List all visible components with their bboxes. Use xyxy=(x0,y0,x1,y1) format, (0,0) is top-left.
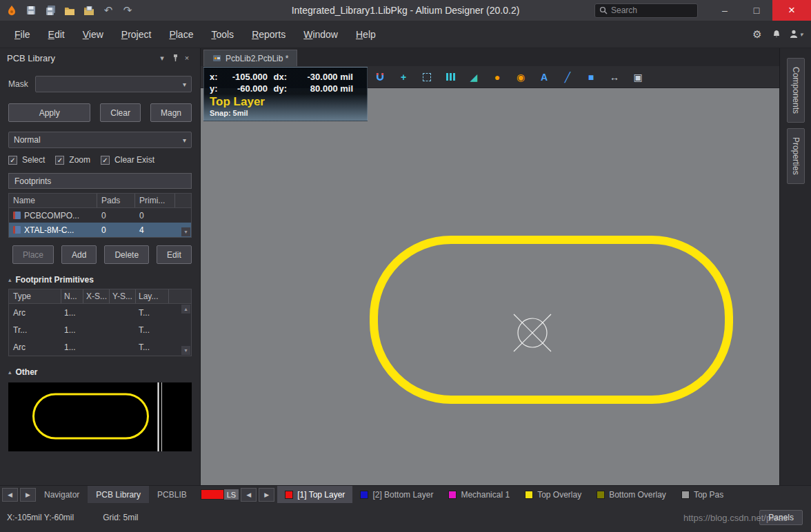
fill-icon[interactable]: ■ xyxy=(584,70,598,84)
clear-button[interactable]: Clear xyxy=(100,103,141,122)
open-folder-icon[interactable] xyxy=(63,4,76,17)
menu-view[interactable]: View xyxy=(75,25,111,43)
tab-properties[interactable]: Properties xyxy=(787,128,805,184)
footprint-row[interactable]: PCBCOMPO... 0 0 xyxy=(9,208,191,223)
altium-logo[interactable] xyxy=(6,4,18,17)
scroll-up-icon[interactable]: ▴ xyxy=(181,305,190,314)
column-name[interactable]: Name xyxy=(9,194,97,207)
footprint-row-selected[interactable]: XTAL-8M-C... 0 4 xyxy=(9,223,191,237)
footprints-section-header[interactable]: Footprints xyxy=(8,173,192,189)
menu-tools[interactable]: Tools xyxy=(203,25,241,43)
menu-edit[interactable]: Edit xyxy=(41,25,72,43)
place-button[interactable]: Place xyxy=(12,245,54,264)
origin-crosshair-icon[interactable]: + xyxy=(397,70,410,84)
add-button[interactable]: Add xyxy=(61,245,97,264)
layer-tab-top-layer[interactable]: [1] Top Layer xyxy=(277,486,352,504)
pcb-canvas[interactable] xyxy=(201,88,779,485)
pin-icon[interactable] xyxy=(168,54,181,63)
column-pads[interactable]: Pads xyxy=(97,194,135,207)
save-icon[interactable] xyxy=(25,4,37,17)
snap-magnet-icon[interactable] xyxy=(373,70,387,84)
panels-button[interactable]: Panels xyxy=(759,510,803,525)
select-checkbox[interactable]: ✓ xyxy=(8,156,17,165)
titlebar-right: – □ × xyxy=(594,0,811,21)
eraser-icon[interactable]: ◢ xyxy=(467,70,481,84)
menu-place[interactable]: Place xyxy=(161,25,201,43)
footprint-primitives-section[interactable]: ▴ Footprint Primitives xyxy=(0,264,200,285)
column-primitives[interactable]: Primi... xyxy=(135,194,175,207)
select-label: Select xyxy=(22,155,45,165)
gear-icon[interactable]: ⚙ xyxy=(749,26,765,43)
save-all-icon[interactable] xyxy=(44,4,57,17)
menu-file[interactable]: File xyxy=(7,25,38,43)
tab-pcb-library[interactable]: PCB Library xyxy=(88,486,149,504)
search-box[interactable] xyxy=(594,3,698,18)
tab-components[interactable]: Components xyxy=(787,58,805,123)
primitive-row[interactable]: Arc 1... T... xyxy=(9,304,191,321)
column-x-size[interactable]: X-S... xyxy=(83,289,110,303)
panel-close-icon[interactable]: × xyxy=(181,54,193,62)
zoom-checkbox[interactable]: ✓ xyxy=(55,156,64,165)
scroll-down-icon[interactable]: ▾ xyxy=(181,227,190,236)
layer-tabs-scroll-left[interactable]: ◀ xyxy=(241,488,257,502)
layer-tab-bottom-layer[interactable]: [2] Bottom Layer xyxy=(352,486,441,504)
array-icon[interactable] xyxy=(443,70,457,84)
undo-icon[interactable]: ↶ xyxy=(102,4,114,17)
panel-tabs-scroll-right[interactable]: ▶ xyxy=(20,488,36,502)
footprint-icon xyxy=(13,212,21,219)
menu-help[interactable]: Help xyxy=(348,25,383,43)
layer-tab-top-overlay[interactable]: Top Overlay xyxy=(517,486,589,504)
column-n[interactable]: N... xyxy=(61,289,83,303)
mask-dropdown[interactable]: ▾ xyxy=(35,76,192,92)
image-icon[interactable]: ▣ xyxy=(631,70,645,84)
content-area: PCB Library ▾ × Mask ▾ Apply Clear Magn xyxy=(0,48,811,485)
clear-exist-checkbox[interactable]: ✓ xyxy=(101,156,110,165)
menu-window[interactable]: Window xyxy=(296,25,346,43)
line-icon[interactable]: ╱ xyxy=(561,70,574,84)
magnify-button[interactable]: Magn xyxy=(150,103,192,122)
minimize-button[interactable]: – xyxy=(709,0,741,21)
close-button[interactable]: × xyxy=(772,0,811,21)
delete-button[interactable]: Delete xyxy=(104,245,149,264)
layer-color-swatch xyxy=(360,491,368,499)
column-type[interactable]: Type xyxy=(9,289,61,303)
layer-tabs-scroll-right[interactable]: ▶ xyxy=(259,488,274,502)
apply-button[interactable]: Apply xyxy=(8,103,90,122)
search-input[interactable] xyxy=(611,6,687,15)
mode-dropdown[interactable]: Normal ▾ xyxy=(8,132,192,148)
string-icon[interactable]: A xyxy=(537,70,551,84)
layer-sets-button[interactable]: LS xyxy=(224,489,239,500)
layer-tab-top-paste[interactable]: Top Pas xyxy=(674,486,731,504)
maximize-button[interactable]: □ xyxy=(741,0,772,21)
tab-navigator[interactable]: Navigator xyxy=(36,486,88,504)
panel-tabs-scroll-left[interactable]: ◀ xyxy=(2,488,18,502)
primitives-table-header: Type N... X-S... Y-S... Lay... xyxy=(9,289,191,304)
footprint-actions: Place Add Delete Edit xyxy=(0,238,200,264)
selection-box-icon[interactable] xyxy=(420,70,434,84)
primitive-row[interactable]: Tr... 1... T... xyxy=(9,321,191,338)
menu-reports[interactable]: Reports xyxy=(244,25,293,43)
bell-icon[interactable] xyxy=(768,26,785,43)
other-section[interactable]: ▴ Other xyxy=(0,356,200,377)
panel-header: PCB Library ▾ × xyxy=(0,48,200,68)
scroll-down-icon[interactable]: ▾ xyxy=(181,346,190,355)
redo-icon[interactable]: ↷ xyxy=(121,4,134,17)
primitive-row[interactable]: Arc 1... T... xyxy=(9,338,191,356)
layer-color-swatch xyxy=(681,491,690,499)
menu-project[interactable]: Project xyxy=(114,25,159,43)
pad-icon[interactable]: ● xyxy=(490,70,504,84)
user-icon[interactable]: ▾ xyxy=(788,26,804,43)
panel-menu-icon[interactable]: ▾ xyxy=(156,54,168,63)
measure-icon[interactable]: ↔ xyxy=(608,70,621,84)
current-layer-swatch[interactable] xyxy=(201,489,224,500)
tab-pcblib[interactable]: PCBLIB xyxy=(149,486,195,504)
zoom-label: Zoom xyxy=(69,155,90,165)
layer-tab-mechanical-1[interactable]: Mechanical 1 xyxy=(441,486,517,504)
via-icon[interactable]: ◉ xyxy=(514,70,528,84)
layer-tab-bottom-overlay[interactable]: Bottom Overlay xyxy=(589,486,674,504)
open-project-icon[interactable] xyxy=(83,4,95,17)
column-layer[interactable]: Lay... xyxy=(136,289,169,303)
column-y-size[interactable]: Y-S... xyxy=(110,289,136,303)
edit-button[interactable]: Edit xyxy=(157,245,192,264)
document-tab[interactable]: PcbLib2.PcbLib * xyxy=(203,50,297,66)
